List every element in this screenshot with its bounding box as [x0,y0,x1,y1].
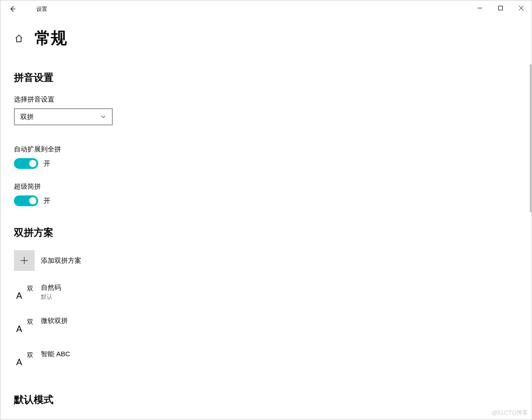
content-area: 常规 拼音设置 选择拼音设置 双拼 自动扩展到全拼 开 超级简拼 开 双拼方案 … [14,27,530,420]
super-jianpin-label: 超级简拼 [14,182,530,191]
watermark: @51CTO博客 [492,409,528,417]
scrollbar[interactable] [530,64,532,212]
window-controls [470,0,532,16]
pinyin-mode-select[interactable]: 双拼 [14,108,113,125]
minimize-button[interactable] [470,0,490,16]
auto-expand-state: 开 [44,159,50,168]
home-button[interactable] [14,34,24,44]
add-scheme-row[interactable]: 添加双拼方案 [14,250,530,271]
back-button[interactable] [0,0,25,18]
arrow-left-icon [9,5,16,13]
shuangpin-icon: 双A [14,283,35,304]
auto-expand-label: 自动扩展到全拼 [14,145,530,154]
scheme-item-ziranma[interactable]: 双A 自然码 默认 [14,283,530,304]
settings-window: 设置 常规 拼音设置 选择拼音设置 双拼 自动扩展到全拼 [0,0,532,420]
home-icon [14,34,23,43]
scheme-sub: 默认 [41,293,61,301]
plus-icon [20,256,29,265]
shuangpin-icon: 双A [14,350,35,371]
toggle-knob [29,197,36,204]
page-title: 常规 [35,27,67,49]
section-pinyin-title: 拼音设置 [14,71,530,84]
titlebar: 设置 [0,0,532,18]
shuangpin-icon: 双A [14,317,35,337]
super-jianpin-toggle[interactable] [14,195,38,206]
scheme-name: 自然码 [41,283,61,292]
section-default-title: 默认模式 [14,393,530,407]
toggle-knob [29,160,36,167]
maximize-icon [498,5,503,11]
super-jianpin-row: 开 [14,195,530,206]
close-icon [519,5,524,11]
auto-expand-toggle[interactable] [14,158,38,169]
section-scheme-title: 双拼方案 [14,226,530,239]
scheme-item-microsoft[interactable]: 双A 微软双拼 [14,317,530,337]
scheme-name: 微软双拼 [41,317,68,325]
maximize-button[interactable] [490,0,511,16]
chevron-down-icon [100,114,106,120]
svg-rect-0 [499,6,503,10]
window-title: 设置 [25,5,47,13]
page-header: 常规 [14,27,530,49]
scheme-name: 智能 ABC [41,350,70,358]
scheme-section: 双拼方案 添加双拼方案 双A 自然码 默认 双A [14,226,530,371]
auto-expand-row: 开 [14,158,530,169]
add-scheme-label: 添加双拼方案 [41,256,81,265]
close-button[interactable] [511,0,532,16]
select-pinyin-label: 选择拼音设置 [14,95,530,104]
minimize-icon [477,5,483,11]
pinyin-mode-value: 双拼 [20,113,34,121]
super-jianpin-state: 开 [44,197,50,205]
scheme-item-zhinengabc[interactable]: 双A 智能 ABC [14,350,530,371]
add-scheme-button[interactable] [14,250,35,271]
